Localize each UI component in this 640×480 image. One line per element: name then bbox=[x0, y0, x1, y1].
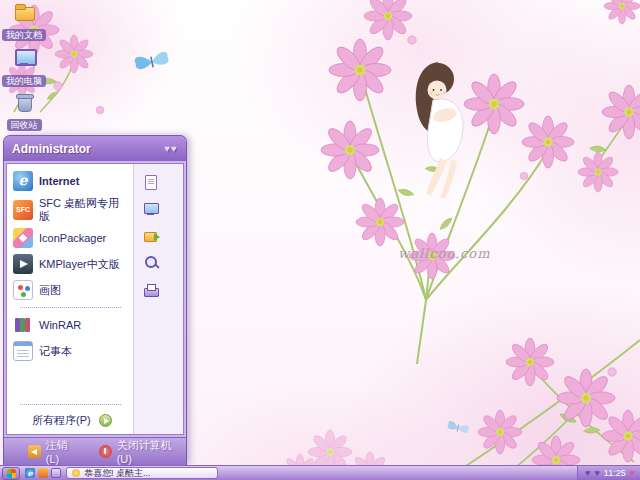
desktop-icon-label: 回收站 bbox=[7, 119, 42, 131]
start-menu-body: Internet SFC 桌酷网专用版 IconPackager KMPlaye… bbox=[6, 163, 184, 435]
flower-cluster-bottom-right bbox=[460, 338, 640, 480]
iconpackager-icon bbox=[13, 228, 33, 248]
shutdown-button[interactable]: 关闭计算机(U) bbox=[99, 438, 186, 465]
user-name: Administrator bbox=[12, 142, 91, 156]
menu-separator bbox=[20, 404, 121, 405]
wallpaper-watermark: wallcoo.com bbox=[398, 246, 490, 261]
paint-icon bbox=[13, 280, 33, 300]
menu-separator bbox=[20, 307, 121, 308]
media-player-icon[interactable] bbox=[38, 468, 48, 478]
menu-spacer bbox=[10, 364, 131, 400]
all-programs-button[interactable]: 所有程序(P) bbox=[10, 409, 131, 432]
desktop: wallcoo.com 我的文档 我的电脑 回收站 Administrator … bbox=[0, 0, 640, 480]
quick-launch-bar bbox=[25, 468, 61, 478]
start-menu-header: Administrator ♥♥ bbox=[4, 136, 186, 161]
sfc-icon bbox=[13, 200, 33, 220]
start-menu: Administrator ♥♥ Internet SFC 桌酷网专用版 Ico… bbox=[3, 135, 187, 465]
desktop-icon-my-documents[interactable]: 我的文档 bbox=[0, 2, 48, 42]
taskbar-clock[interactable]: 11:25 bbox=[604, 468, 626, 478]
recycle-bin-icon bbox=[13, 92, 35, 112]
menu-item-iconpackager[interactable]: IconPackager bbox=[10, 225, 131, 251]
menu-item-notepad[interactable]: 记事本 bbox=[10, 338, 131, 364]
flower-cluster-center bbox=[321, 0, 574, 364]
menu-item-paint[interactable]: 画图 bbox=[10, 277, 131, 303]
butterfly-small-icon bbox=[447, 421, 469, 434]
my-computer-icon bbox=[13, 48, 35, 68]
kmplayer-icon bbox=[13, 254, 33, 274]
winrar-icon bbox=[13, 315, 33, 335]
desktop-icon-label: 我的电脑 bbox=[2, 75, 46, 87]
girl-illustration bbox=[416, 62, 463, 199]
run-icon[interactable] bbox=[143, 282, 159, 298]
flower-top-right bbox=[604, 0, 640, 24]
heart-icon[interactable]: ♥ bbox=[594, 469, 599, 478]
log-off-button[interactable]: 注销(L) bbox=[28, 438, 81, 465]
internet-explorer-icon bbox=[13, 171, 33, 191]
log-off-label: 注销(L) bbox=[46, 438, 81, 465]
my-documents-icon bbox=[13, 2, 35, 22]
menu-item-internet[interactable]: Internet bbox=[10, 168, 131, 194]
desktop-icon-recycle-bin[interactable]: 回收站 bbox=[0, 92, 48, 132]
menu-item-winrar[interactable]: WinRAR bbox=[10, 312, 131, 338]
taskbar-task-button[interactable]: 恭喜您! 桌酷主... bbox=[66, 467, 218, 479]
notification-balloon-icon bbox=[72, 469, 80, 477]
all-programs-arrow-icon bbox=[99, 414, 112, 427]
flower-cluster-right bbox=[578, 85, 640, 192]
log-off-icon bbox=[28, 445, 41, 458]
menu-item-label: 记事本 bbox=[39, 345, 72, 358]
search-icon[interactable] bbox=[143, 255, 159, 271]
my-computer-icon[interactable] bbox=[143, 201, 159, 217]
taskbar: 恭喜您! 桌酷主... ♥ ♥ 11:25 ♥ bbox=[0, 465, 640, 480]
menu-item-kmplayer[interactable]: KMPlayer中文版 bbox=[10, 251, 131, 277]
show-desktop-icon[interactable] bbox=[51, 468, 61, 478]
internet-explorer-icon[interactable] bbox=[25, 468, 35, 478]
shutdown-label: 关闭计算机(U) bbox=[117, 438, 186, 465]
menu-item-label: SFC 桌酷网专用版 bbox=[39, 197, 128, 222]
notepad-icon bbox=[13, 341, 33, 361]
system-tray: ♥ ♥ 11:25 ♥ bbox=[577, 466, 640, 480]
butterfly-icon bbox=[134, 51, 169, 71]
desktop-icon-my-computer[interactable]: 我的电脑 bbox=[0, 48, 48, 88]
my-documents-icon[interactable] bbox=[143, 174, 159, 190]
menu-item-label: WinRAR bbox=[39, 319, 81, 332]
start-menu-footer: 注销(L) 关闭计算机(U) bbox=[4, 437, 186, 465]
windows-flag-icon bbox=[7, 469, 16, 478]
shutdown-icon bbox=[99, 445, 112, 458]
menu-item-label: IconPackager bbox=[39, 232, 106, 245]
hearts-icon: ♥♥ bbox=[164, 143, 178, 154]
start-button[interactable] bbox=[2, 467, 20, 480]
recent-items-icon[interactable] bbox=[143, 228, 159, 244]
start-menu-pinned-list: Internet SFC 桌酷网专用版 IconPackager KMPlaye… bbox=[7, 164, 133, 434]
menu-item-label: Internet bbox=[39, 175, 79, 188]
menu-item-sfc[interactable]: SFC 桌酷网专用版 bbox=[10, 194, 131, 225]
task-button-label: 恭喜您! 桌酷主... bbox=[84, 467, 151, 479]
start-menu-places bbox=[133, 164, 183, 434]
pink-heart-icon[interactable]: ♥ bbox=[630, 469, 635, 478]
menu-item-label: KMPlayer中文版 bbox=[39, 258, 120, 271]
all-programs-label: 所有程序(P) bbox=[32, 413, 91, 428]
heart-icon[interactable]: ♥ bbox=[585, 469, 590, 478]
menu-item-label: 画图 bbox=[39, 284, 61, 297]
desktop-icon-label: 我的文档 bbox=[2, 29, 46, 41]
